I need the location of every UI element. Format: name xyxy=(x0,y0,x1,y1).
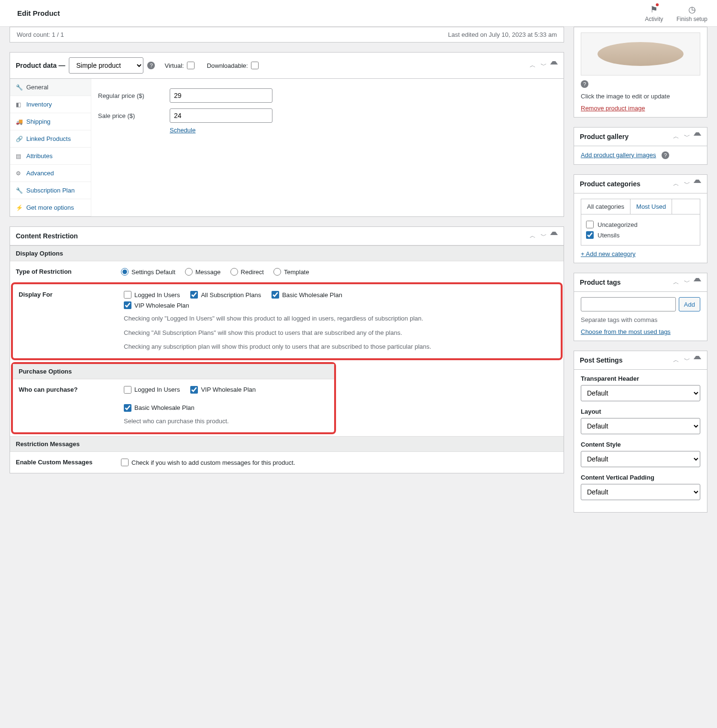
tab-advanced[interactable]: ⚙Advanced xyxy=(10,165,91,182)
add-category-link[interactable]: + Add new category xyxy=(581,250,636,257)
chevron-up-icon[interactable]: ︿ xyxy=(672,278,681,287)
tab-get-more-options[interactable]: ⚡Get more options xyxy=(10,199,91,216)
restriction-type-redirect[interactable]: Redirect xyxy=(230,268,264,276)
restriction-type-template[interactable]: Template xyxy=(273,268,309,276)
gallery-title: Product gallery xyxy=(580,133,629,140)
restriction-type-default[interactable]: Settings Default xyxy=(121,268,175,276)
activity-button[interactable]: ⚑ Activity xyxy=(645,4,663,22)
chevron-down-icon[interactable]: ﹀ xyxy=(683,278,692,287)
virtual-toggle[interactable]: Virtual: xyxy=(164,62,194,69)
virtual-checkbox[interactable] xyxy=(187,62,195,69)
remove-image-link[interactable]: Remove product image xyxy=(581,105,645,112)
collapse-icon[interactable] xyxy=(694,356,701,359)
image-caption: Click the image to edit or update xyxy=(581,93,700,100)
categories-title: Product categories xyxy=(580,180,641,188)
choose-used-tags-link[interactable]: Choose from the most used tags xyxy=(581,328,671,335)
tab-inventory[interactable]: ◧Inventory xyxy=(10,96,91,113)
downloadable-toggle[interactable]: Downloadable: xyxy=(207,62,259,69)
wrench-icon: 🔧 xyxy=(16,187,22,194)
chevron-down-icon[interactable]: ﹀ xyxy=(539,61,548,70)
schedule-link[interactable]: Schedule xyxy=(170,127,196,134)
purchase-logged-in[interactable]: Logged In Users xyxy=(124,386,180,394)
sale-price-label: Sale price ($) xyxy=(98,112,170,119)
chevron-down-icon[interactable]: ﹀ xyxy=(683,180,692,188)
add-tag-button[interactable]: Add xyxy=(679,297,700,311)
gear-icon: ⚙ xyxy=(16,170,22,177)
link-icon: 🔗 xyxy=(16,136,22,142)
collapse-icon[interactable] xyxy=(550,61,558,64)
help-icon[interactable]: ? xyxy=(581,80,588,88)
display-for-all-plans[interactable]: All Subscription Plans xyxy=(190,291,261,299)
word-count: Word count: 1 / 1 xyxy=(17,31,64,38)
tab-shipping[interactable]: 🚚Shipping xyxy=(10,113,91,130)
chevron-up-icon[interactable]: ︿ xyxy=(528,61,537,70)
transparent-header-select[interactable]: Default xyxy=(581,385,700,401)
tag-input[interactable] xyxy=(581,297,676,311)
plugin-icon: ⚡ xyxy=(16,204,22,211)
who-can-purchase-label: Who can purchase? xyxy=(19,386,114,426)
collapse-icon[interactable] xyxy=(694,278,701,281)
layout-select[interactable]: Default xyxy=(581,418,700,434)
display-for-help-1: Checking only "Logged In Users" will sho… xyxy=(124,314,555,323)
chevron-down-icon[interactable]: ﹀ xyxy=(539,232,548,240)
restriction-messages-header: Restriction Messages xyxy=(10,436,564,452)
chevron-down-icon[interactable]: ﹀ xyxy=(683,132,692,141)
content-style-select[interactable]: Default xyxy=(581,451,700,467)
finish-setup-button[interactable]: ◷ Finish setup xyxy=(676,4,707,22)
product-data-label: Product data — xyxy=(16,62,65,69)
help-icon[interactable]: ? xyxy=(662,151,669,159)
purchase-options-highlight: Purchase Options Who can purchase? Logge… xyxy=(11,362,336,435)
collapse-icon[interactable] xyxy=(694,180,701,183)
content-restriction-title: Content Restriction xyxy=(16,232,78,240)
layout-label: Layout xyxy=(581,408,700,415)
product-type-select[interactable]: Simple product xyxy=(69,57,143,74)
collapse-icon[interactable] xyxy=(694,132,701,136)
regular-price-input[interactable] xyxy=(170,88,272,103)
chevron-up-icon[interactable]: ︿ xyxy=(672,356,681,364)
product-gallery-panel: Product gallery ︿﹀ Add product gallery i… xyxy=(574,127,707,165)
downloadable-checkbox[interactable] xyxy=(251,62,259,69)
regular-price-label: Regular price ($) xyxy=(98,92,170,99)
editor-meta-bar: Word count: 1 / 1 Last edited on July 10… xyxy=(10,27,564,43)
finish-label: Finish setup xyxy=(676,16,707,22)
display-options-header: Display Options xyxy=(10,246,564,261)
chevron-down-icon[interactable]: ﹀ xyxy=(683,356,692,364)
tab-subscription-plan[interactable]: 🔧Subscription Plan xyxy=(10,182,91,199)
chevron-up-icon[interactable]: ︿ xyxy=(672,180,681,188)
tab-attributes[interactable]: ▤Attributes xyxy=(10,148,91,165)
purchase-basic[interactable]: Basic Wholesale Plan xyxy=(124,404,195,412)
content-style-label: Content Style xyxy=(581,441,700,448)
tab-linked-products[interactable]: 🔗Linked Products xyxy=(10,130,91,148)
tab-most-used[interactable]: Most Used xyxy=(630,199,672,214)
tab-all-categories[interactable]: All categories xyxy=(581,199,630,214)
product-image[interactable] xyxy=(581,32,700,75)
restriction-type-message[interactable]: Message xyxy=(185,268,221,276)
chevron-up-icon[interactable]: ︿ xyxy=(672,132,681,141)
display-for-vip[interactable]: VIP Wholesale Plan xyxy=(124,301,189,309)
product-image-panel: ? Click the image to edit or update Remo… xyxy=(574,27,707,118)
display-for-highlight: Display For Logged In Users All Subscrip… xyxy=(11,282,563,360)
category-uncategorized[interactable]: Uncategorized xyxy=(586,219,695,230)
purchase-vip[interactable]: VIP Wholesale Plan xyxy=(190,386,256,394)
display-for-basic[interactable]: Basic Wholesale Plan xyxy=(272,291,342,299)
product-data-tabs: 🔧General ◧Inventory 🚚Shipping 🔗Linked Pr… xyxy=(10,79,91,216)
display-for-logged-in[interactable]: Logged In Users xyxy=(124,291,180,299)
post-settings-title: Post Settings xyxy=(580,356,622,364)
page-title: Edit Product xyxy=(17,9,60,17)
product-tags-panel: Product tags ︿﹀ Add Separate tags with c… xyxy=(574,273,707,341)
sale-price-input[interactable] xyxy=(170,108,272,123)
help-icon[interactable]: ? xyxy=(147,62,155,69)
content-padding-select[interactable]: Default xyxy=(581,484,700,500)
transparent-header-label: Transparent Header xyxy=(581,375,700,382)
enable-custom-messages-check[interactable]: Check if you wish to add custom messages… xyxy=(121,459,558,466)
tab-general[interactable]: 🔧General xyxy=(10,79,91,96)
purchase-options-header: Purchase Options xyxy=(13,364,334,379)
add-gallery-link[interactable]: Add product gallery images xyxy=(581,151,656,159)
flag-icon: ⚑ xyxy=(650,4,658,15)
collapse-icon[interactable] xyxy=(550,232,558,235)
product-categories-panel: Product categories ︿﹀ All categories Mos… xyxy=(574,174,707,263)
last-edited: Last edited on July 10, 2023 at 5:33 am xyxy=(448,31,557,38)
category-utensils[interactable]: Utensils xyxy=(586,230,695,240)
display-for-help-3: Checking any subscription plan will show… xyxy=(124,342,555,352)
chevron-up-icon[interactable]: ︿ xyxy=(528,232,537,240)
